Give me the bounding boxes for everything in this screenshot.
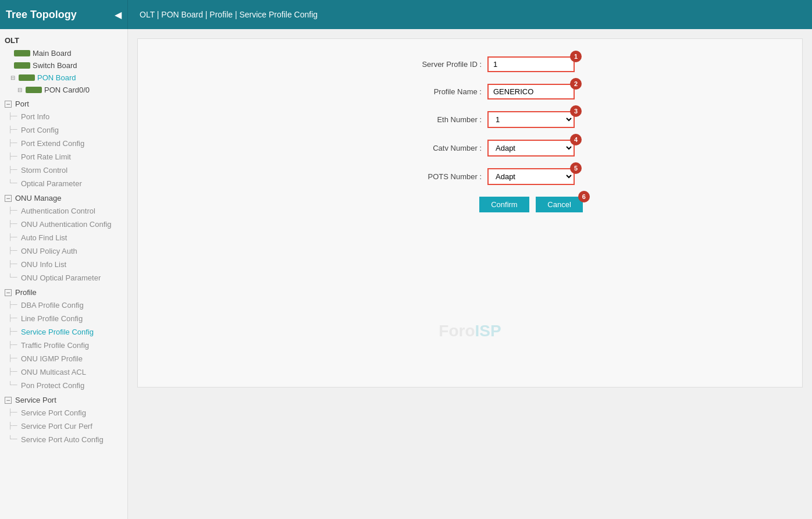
menu-onu-info-list[interactable]: ONU Info List [0,258,127,271]
profile-name-input[interactable] [487,84,575,99]
menu-line-profile-config[interactable]: Line Profile Config [0,312,127,325]
server-profile-id-control: 1 [487,56,575,72]
olt-label: OLT [0,34,127,47]
port-section-header[interactable]: − Port [0,96,127,110]
onu-manage-section-header[interactable]: − ONU Manage [0,190,127,204]
step-badge-6: 6 [578,191,590,202]
eth-number-row: Eth Number : 1 2 3 4 3 [149,111,790,128]
switch-board-label: Switch Board [33,61,77,70]
step-badge-3: 3 [570,105,582,117]
pots-number-label: POTS Number : [365,172,482,181]
pon-board-label: PON Board [37,73,76,82]
pon-card-label: PON Card0/0 [44,86,90,94]
profile-section-label: Profile [15,288,37,297]
service-port-collapse-icon: − [5,397,12,404]
button-row: Confirm Cancel 6 [149,197,790,212]
onu-manage-section-label: ONU Manage [15,194,61,202]
catv-number-select[interactable]: Adapt 0 1 [487,140,575,157]
menu-service-profile-config[interactable]: Service Profile Config [0,325,127,339]
port-section-label: Port [15,99,29,108]
menu-port-info[interactable]: Port Info [0,110,127,123]
onu-manage-collapse-icon: − [5,195,12,202]
menu-dba-profile-config[interactable]: DBA Profile Config [0,298,127,312]
server-profile-id-label: Server Profile ID : [365,60,482,69]
profile-collapse-icon: − [5,289,12,296]
pots-number-row: POTS Number : Adapt 0 1 2 5 [149,168,790,185]
profile-name-control: 2 [487,84,575,99]
menu-service-port-config[interactable]: Service Port Config [0,406,127,420]
collapse-icon[interactable]: ◀ [115,9,122,20]
confirm-button[interactable]: Confirm [479,197,529,212]
eth-number-select[interactable]: 1 2 3 4 [487,111,575,128]
menu-onu-optical-parameter[interactable]: ONU Optical Parameter [0,271,127,285]
pots-number-control: Adapt 0 1 2 5 [487,168,575,185]
step-badge-4: 4 [570,134,582,145]
service-port-section-header[interactable]: − Service Port [0,392,127,406]
main-board-label: Main Board [33,49,71,58]
pon-card-icon [26,87,42,93]
pon-board-icon [19,74,35,81]
profile-section-header[interactable]: − Profile [0,285,127,298]
menu-service-port-auto-config[interactable]: Service Port Auto Config [0,433,127,446]
menu-port-rate-limit[interactable]: Port Rate Limit [0,150,127,163]
main-board-icon [14,50,30,56]
switch-board-icon [14,62,30,69]
eth-number-control: 1 2 3 4 3 [487,111,575,128]
catv-number-label: Catv Number : [365,144,482,152]
button-controls: Confirm Cancel 6 [479,197,583,212]
menu-storm-control[interactable]: Storm Control [0,163,127,177]
profile-name-row: Profile Name : 2 [149,84,790,99]
form-panel: Server Profile ID : 1 Profile Name : 2 E… [137,38,803,388]
menu-auto-find-list[interactable]: Auto Find List [0,231,127,244]
switch-board-item[interactable]: Switch Board [0,59,127,72]
sidebar-title: Tree Topology [6,9,77,21]
menu-onu-multicast-acl[interactable]: ONU Multicast ACL [0,365,127,379]
menu-onu-policy-auth[interactable]: ONU Policy Auth [0,244,127,258]
eth-number-label: Eth Number : [365,115,482,124]
pon-board-item[interactable]: ⊟ PON Board [0,72,127,84]
menu-onu-auth-config[interactable]: ONU Authentication Config [0,218,127,231]
step-badge-5: 5 [570,162,582,174]
pots-number-select[interactable]: Adapt 0 1 2 [487,168,575,185]
menu-pon-protect-config[interactable]: Pon Protect Config [0,379,127,392]
service-port-section-label: Service Port [15,396,56,404]
server-profile-id-input[interactable] [487,56,575,72]
profile-name-label: Profile Name : [365,87,482,96]
main-board-item[interactable]: Main Board [0,47,127,59]
menu-authentication-control[interactable]: Authentication Control [0,204,127,218]
pon-card-item[interactable]: ⊟ PON Card0/0 [0,84,127,96]
menu-service-port-cur-perf[interactable]: Service Port Cur Perf [0,420,127,433]
menu-port-extend-config[interactable]: Port Extend Config [0,137,127,150]
menu-onu-igmp-profile[interactable]: ONU IGMP Profile [0,352,127,365]
catv-number-control: Adapt 0 1 4 [487,140,575,157]
cancel-button[interactable]: Cancel [536,197,582,212]
port-collapse-icon: − [5,101,12,108]
catv-number-row: Catv Number : Adapt 0 1 4 [149,140,790,157]
menu-port-config[interactable]: Port Config [0,123,127,137]
breadcrumb: OLT | PON Board | Profile | Service Prof… [128,10,329,19]
watermark: ForoISP [439,322,501,340]
step-badge-1: 1 [570,51,582,62]
menu-traffic-profile-config[interactable]: Traffic Profile Config [0,339,127,352]
server-profile-id-row: Server Profile ID : 1 [149,56,790,72]
menu-optical-parameter[interactable]: Optical Parameter [0,177,127,190]
step-badge-2: 2 [570,78,582,90]
